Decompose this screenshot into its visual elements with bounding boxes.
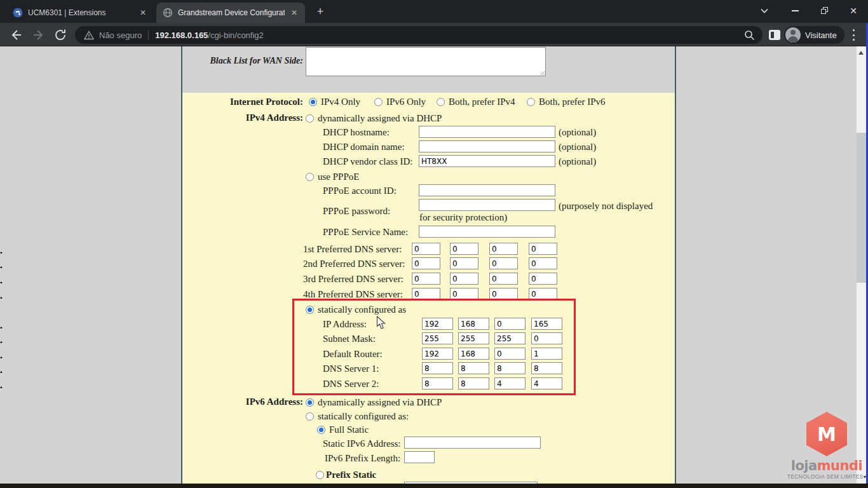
dhcp-vendor-input[interactable] xyxy=(419,155,555,167)
radio-ipv4-only[interactable]: IPv4 Only xyxy=(309,97,360,107)
radio-ipv6-static[interactable]: statically configured as: xyxy=(306,411,409,422)
brand-loja: loja xyxy=(791,458,817,473)
field-label: 3rd Preferred DNS server: xyxy=(303,274,403,285)
window-close-button[interactable]: ✕ xyxy=(839,0,868,22)
reload-button[interactable] xyxy=(53,28,69,43)
dhcp-hostname-label: DHCP hostname: xyxy=(323,127,390,138)
radio-ipv6-only[interactable]: IPv6 Only xyxy=(374,97,426,107)
pppoe-account-label: PPPoE account ID: xyxy=(323,186,397,196)
profile-chip[interactable]: Visitante xyxy=(784,26,844,44)
blacklist-label: Black List for WAN Side: xyxy=(159,56,303,66)
dhcp-vendor-label: DHCP vendor class ID: xyxy=(323,156,413,167)
ipv6-prefix-label: IPv6 Prefix Length: xyxy=(325,453,400,464)
radio-prefix-static[interactable]: Prefix Static xyxy=(316,470,376,480)
tab-ucm6301[interactable]: UCM6301 | Extensions ✕ xyxy=(6,3,154,23)
tab-search-chevron-icon[interactable] xyxy=(750,0,779,22)
radio-icon[interactable] xyxy=(374,98,383,106)
octet-input[interactable] xyxy=(450,257,478,269)
field-label: 1st Preferred DNS server: xyxy=(303,244,402,255)
lojamundi-tagline: TECNOLOGIA SEM LIMITES▾ xyxy=(787,473,867,480)
pppoe-service-input[interactable] xyxy=(419,226,555,238)
url-host: 192.168.0.165 xyxy=(155,30,208,40)
blacklist-textarea[interactable] xyxy=(306,47,546,76)
octet-input[interactable] xyxy=(412,243,440,255)
pppoe-account-input[interactable] xyxy=(419,184,555,196)
profile-name: Visitante xyxy=(805,30,837,40)
brand-mundi: mundi xyxy=(817,458,863,473)
pppoe-password-input[interactable] xyxy=(419,199,555,211)
tab-bar: UCM6301 | Extensions ✕ Grandstream Devic… xyxy=(0,0,868,23)
radio-label: use PPPoE xyxy=(318,172,359,182)
radio-icon[interactable] xyxy=(437,98,445,106)
octet-input[interactable] xyxy=(529,273,557,285)
menu-kebab-icon[interactable] xyxy=(853,29,855,41)
radio-label: statically configured as: xyxy=(318,411,409,422)
radio-both-prefer-ipv6[interactable]: Both, prefer IPv6 xyxy=(527,97,606,107)
octet-input[interactable] xyxy=(412,273,440,285)
radio-label: IPv4 Only xyxy=(321,97,360,107)
password-note-line2: for security protection) xyxy=(419,212,507,223)
radio-ipv4-dhcp[interactable]: dynamically assigned via DHCP xyxy=(306,113,442,124)
new-tab-button[interactable]: + xyxy=(313,4,328,20)
ipv6-address-label: IPv6 Address: xyxy=(159,396,303,407)
radio-icon[interactable] xyxy=(306,114,314,123)
scroll-up-arrow-icon[interactable] xyxy=(858,51,864,55)
side-panel-icon[interactable] xyxy=(769,30,780,40)
radio-label: Both, prefer IPv4 xyxy=(449,97,515,107)
radio-icon[interactable] xyxy=(317,426,325,434)
back-button[interactable] xyxy=(9,28,24,43)
radio-label: dynamically assigned via DHCP xyxy=(318,397,442,408)
dhcp-domain-input[interactable] xyxy=(419,140,555,152)
zoom-icon[interactable] xyxy=(744,30,755,41)
minimize-button[interactable] xyxy=(780,0,810,22)
radio-both-prefer-ipv4[interactable]: Both, prefer IPv4 xyxy=(437,97,515,107)
radio-icon[interactable] xyxy=(306,412,314,421)
bottom-dark-bar xyxy=(0,484,868,488)
lojamundi-watermark: M lojamundi TECNOLOGIA SEM LIMITES▾ xyxy=(787,412,867,480)
not-secure-warning-icon[interactable] xyxy=(84,30,94,40)
pppoe-service-label: PPPoE Service Name: xyxy=(323,227,408,238)
tab-close-icon[interactable]: ✕ xyxy=(290,8,299,17)
radio-full-static[interactable]: Full Static xyxy=(317,424,369,435)
octet-input[interactable] xyxy=(489,243,518,255)
restore-button[interactable] xyxy=(810,0,839,22)
octet-input[interactable] xyxy=(450,273,478,285)
ipv4-address-label: IPv4 Address: xyxy=(159,112,303,123)
octet-input[interactable] xyxy=(529,243,557,255)
octet-input[interactable] xyxy=(412,257,440,269)
radio-icon[interactable] xyxy=(527,98,535,106)
tab-close-icon[interactable]: ✕ xyxy=(139,8,147,17)
radio-icon[interactable] xyxy=(316,471,324,479)
radio-icon[interactable] xyxy=(309,98,317,106)
radio-ipv6-dhcp[interactable]: dynamically assigned via DHCP xyxy=(306,397,442,408)
radio-label: Prefix Static xyxy=(326,470,376,480)
tab-grandstream-config[interactable]: Grandstream Device Configuratio ✕ xyxy=(156,3,305,23)
lojamundi-brand-text: lojamundi xyxy=(787,458,867,473)
radio-label: IPv6 Only xyxy=(386,97,426,107)
address-bar[interactable]: Não seguro 192.168.0.165 /cgi-bin/config… xyxy=(75,26,763,44)
optional-note: (optional) xyxy=(559,127,596,138)
octet-input[interactable] xyxy=(450,243,478,255)
url-path: /cgi-bin/config2 xyxy=(208,30,263,40)
avatar xyxy=(785,27,801,43)
forward-button[interactable] xyxy=(32,28,47,43)
tab-title: UCM6301 | Extensions xyxy=(28,8,133,17)
mouse-cursor xyxy=(376,316,386,330)
scrollbar-thumb[interactable] xyxy=(857,133,866,283)
octet-input[interactable] xyxy=(489,273,518,285)
highlight-annotation-box xyxy=(292,299,576,395)
security-label: Não seguro xyxy=(99,30,142,40)
dhcp-hostname-input[interactable] xyxy=(419,126,555,138)
octet-input[interactable] xyxy=(529,257,557,269)
octet-input[interactable] xyxy=(489,257,518,269)
ipv6-prefix-input[interactable] xyxy=(404,451,435,463)
radio-icon[interactable] xyxy=(306,398,314,407)
omnibox-divider xyxy=(148,30,149,40)
static-ipv6-input[interactable] xyxy=(404,437,541,449)
field-label: 2nd Preferred DNS server: xyxy=(303,259,405,269)
dns-row-3: 3rd Preferred DNS server: xyxy=(0,273,635,286)
radio-icon[interactable] xyxy=(306,173,314,181)
tab-title: Grandstream Device Configuratio xyxy=(178,8,285,17)
optional-note: (optional) xyxy=(559,142,596,152)
radio-use-pppoe[interactable]: use PPPoE xyxy=(306,172,359,182)
